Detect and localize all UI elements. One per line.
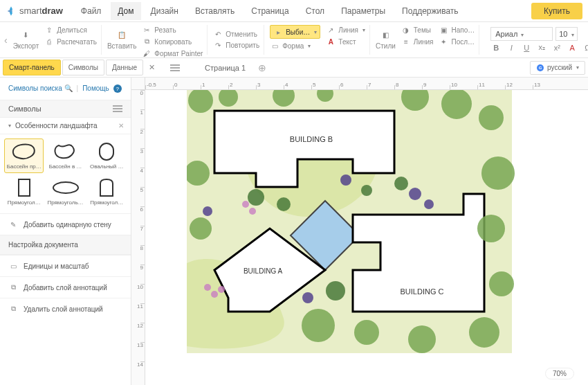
redo-icon: ↷ (213, 41, 223, 51)
tab-data[interactable]: Данные (106, 60, 143, 75)
print-button[interactable]: ⎙Распечатать (44, 37, 97, 46)
zoom-level[interactable]: 70% (545, 368, 574, 379)
italic-button[interactable]: I (506, 42, 517, 53)
ribbon: ‹ ⬇ Экспорт ⇪Делиться ⎙Распечатать 📋 Вст… (0, 22, 588, 58)
ruler-vertical: 01234567891011121314 (131, 90, 145, 385)
share-icon: ⇪ (44, 25, 54, 35)
line-icon: ↗ (326, 25, 336, 35)
buy-button[interactable]: Купить (531, 3, 582, 19)
menu-options[interactable]: Параметры (334, 2, 392, 20)
cut-button[interactable]: ✂Резать (142, 25, 203, 35)
svg-point-32 (340, 174, 351, 186)
fill-icon: ▣ (439, 25, 448, 35)
menubar: smartdraw Файл Дом Дизайн Вставлять Стра… (0, 0, 588, 22)
symbol-rect-1[interactable]: Прямоугол… (4, 174, 44, 209)
line-style-button[interactable]: ≡Линия (401, 37, 434, 46)
undo-button[interactable]: ↶Отменить (213, 30, 259, 39)
star-icon: ✦ (439, 37, 448, 46)
ruler-horizontal: -0.5012345678910111213 (145, 78, 588, 90)
bold-button[interactable]: B (490, 42, 502, 53)
format-painter-button[interactable]: 🖌Формат Painter (142, 48, 203, 58)
symbol-rect-3[interactable]: Прямоугол… (87, 174, 127, 209)
help-icon[interactable]: ? (113, 84, 122, 93)
add-wall-action[interactable]: ✎ Добавить одинарную стену (0, 213, 131, 235)
shape-icon: ▭ (270, 41, 279, 51)
share-button[interactable]: ⇪Делиться (44, 25, 97, 35)
superscript-button[interactable]: x² (551, 42, 562, 53)
logo-icon (6, 6, 17, 17)
download-icon: ⬇ (21, 30, 30, 39)
font-select[interactable]: Ариал ▾ (490, 27, 553, 41)
panel-list-icon[interactable] (170, 64, 180, 71)
symbol-pool-kidney[interactable]: Бассейн в … (45, 138, 85, 173)
symbol-button[interactable]: Ω (582, 42, 588, 53)
layer-add-icon: ⧉ (8, 283, 18, 292)
close-category-icon[interactable]: ✕ (118, 122, 124, 129)
add-anno-layer-action[interactable]: ⧉ Добавить слой аннотаций (0, 276, 131, 298)
menu-table[interactable]: Стол (299, 2, 331, 20)
landscape-plan: BUILDING B BUILDING A BUILDING C (187, 90, 519, 381)
symbol-pool-freeform[interactable]: Бассейн пр… (4, 138, 44, 173)
doc-tab-page1[interactable]: Страница 1 (198, 61, 252, 75)
add-page-button[interactable]: ⊕ (258, 62, 266, 73)
select-tool[interactable]: ▸Выби…▾ (270, 25, 320, 39)
shape-tool[interactable]: ▭Форма▾ (270, 41, 320, 51)
menu-support[interactable]: Поддерживать (395, 2, 466, 20)
tab-smart-panel[interactable]: Смарт-панель (3, 60, 61, 75)
remove-anno-layer-action[interactable]: ⧉ Удалить слой аннотаций (0, 298, 131, 319)
menu-design[interactable]: Дизайн (144, 2, 185, 20)
menu-home[interactable]: Дом (111, 2, 140, 20)
svg-point-37 (204, 284, 211, 291)
language-select[interactable]: G русский▾ (530, 61, 585, 75)
svg-point-19 (477, 215, 505, 242)
sidebar: Символы поиска 🔍 | Помощь ? Символы ▾ Ос… (0, 78, 131, 385)
drawing-canvas[interactable]: BUILDING B BUILDING A BUILDING C (145, 90, 588, 385)
doc-settings-header: Настройка документа (0, 235, 131, 255)
text-tool[interactable]: AТекст (326, 37, 365, 46)
tab-symbols[interactable]: Символы (62, 60, 104, 75)
font-size-select[interactable]: 10 ▾ (555, 27, 578, 41)
svg-point-41 (249, 208, 256, 215)
effects-button[interactable]: ✦Посл… (439, 37, 475, 46)
copy-button[interactable]: ⧉Копировать (142, 37, 203, 46)
paste-button[interactable]: 📋 Вставить (107, 25, 136, 55)
symbol-category[interactable]: ▾ Особенности ландшафта ✕ (0, 118, 131, 134)
svg-point-36 (203, 206, 212, 216)
line-style-icon: ≡ (401, 37, 411, 46)
svg-point-30 (361, 185, 372, 196)
menu-page[interactable]: Страница (244, 2, 295, 20)
styles-button[interactable]: ◧ Стили (376, 25, 396, 55)
menu-file[interactable]: Файл (74, 2, 109, 20)
symbol-grid: Бассейн пр… Бассейн в … Овальный … Прямо… (0, 134, 131, 213)
help-link[interactable]: Помощь (82, 84, 109, 93)
svg-text:BUILDING A: BUILDING A (244, 267, 282, 275)
units-scale-action[interactable]: ▭ Единицы и масштаб (0, 255, 131, 276)
layer-remove-icon: ⧉ (8, 304, 18, 314)
subscript-button[interactable]: x₂ (536, 42, 547, 53)
themes-button[interactable]: ◑Темы (401, 25, 434, 35)
search-symbols-link[interactable]: Символы поиска 🔍 (8, 84, 73, 93)
symbol-pool-oval[interactable]: Овальный … (87, 138, 127, 173)
fill-button[interactable]: ▣Напо… (439, 25, 475, 35)
print-icon: ⎙ (44, 37, 54, 46)
palette-icon: ◑ (401, 25, 411, 35)
svg-text:G: G (539, 66, 542, 70)
font-color-button[interactable]: A (567, 42, 578, 53)
svg-point-34 (424, 199, 434, 209)
svg-point-17 (479, 105, 504, 130)
main-area: Символы поиска 🔍 | Помощь ? Символы ▾ Ос… (0, 78, 588, 385)
symbols-menu-icon[interactable] (113, 105, 122, 112)
underline-button[interactable]: U (521, 42, 532, 53)
ruler-corner (131, 78, 145, 90)
scissors-icon: ✂ (142, 25, 151, 35)
redo-button[interactable]: ↷Повторить (213, 41, 259, 51)
line-tool[interactable]: ↗Линия▾ (326, 25, 365, 35)
menu-insert[interactable]: Вставлять (188, 2, 241, 20)
ribbon-prev[interactable]: ‹ (4, 25, 8, 55)
close-panel[interactable]: ✕ (145, 60, 159, 75)
symbols-header: Символы (0, 100, 131, 118)
export-button[interactable]: ⬇ Экспорт (13, 25, 39, 55)
symbol-rect-2[interactable]: Прямоуголь… (45, 174, 85, 209)
pencil-icon: ✎ (8, 220, 18, 229)
text-icon: A (326, 37, 336, 46)
